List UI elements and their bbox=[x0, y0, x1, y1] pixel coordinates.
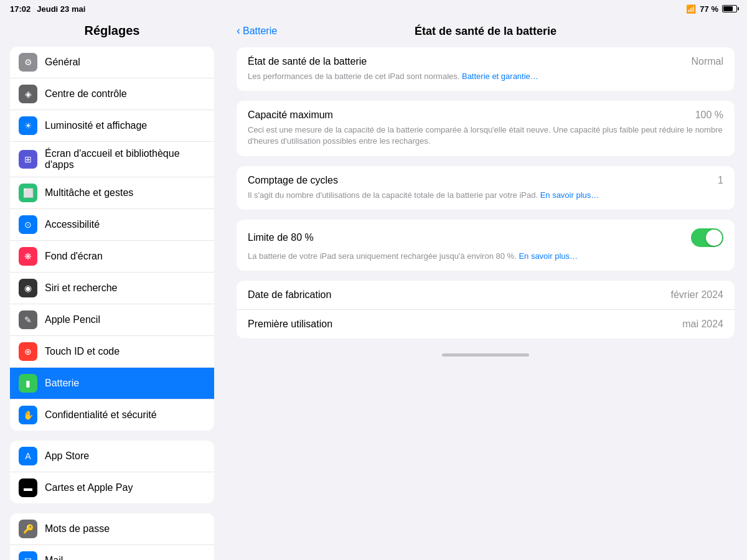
mail-icon: ✉ bbox=[19, 551, 37, 560]
sidebar-item-label-multitask: Multitâche et gestes bbox=[45, 187, 133, 198]
sidebar-item-label-touch-id: Touch ID et code bbox=[45, 346, 120, 357]
sidebar-item-label-mail: Mail bbox=[45, 555, 63, 560]
capacity-row-description: Ceci est une mesure de la capacité de la… bbox=[248, 124, 723, 147]
capacity-row-value: 100 % bbox=[695, 110, 723, 121]
status-time: 17:02 bbox=[10, 4, 31, 14]
sidebar-item-label-control-center: Centre de contrôle bbox=[45, 88, 127, 100]
sidebar-item-label-battery: Batterie bbox=[45, 378, 79, 389]
sidebar-item-label-siri: Siri et recherche bbox=[45, 282, 118, 294]
back-chevron-icon: ‹ bbox=[237, 24, 240, 37]
cycles-card: Comptage de cycles1Il s'agit du nombre d… bbox=[237, 166, 735, 210]
sidebar-item-label-display: Luminosité et affichage bbox=[45, 120, 147, 131]
display-icon: ☀ bbox=[19, 116, 37, 135]
status-bar: 17:02 Jeudi 23 mai 📶 77 % bbox=[0, 0, 747, 17]
health-row-link[interactable]: Batterie et garantie… bbox=[462, 72, 538, 81]
first-use-row-value: mai 2024 bbox=[682, 319, 723, 330]
apple-pencil-icon: ✎ bbox=[19, 310, 37, 329]
capacity-row: Capacité maximum100 %Ceci est une mesure… bbox=[237, 101, 735, 156]
sidebar-item-privacy[interactable]: ✋Confidentialité et sécurité bbox=[10, 399, 214, 431]
sidebar-title: Réglages bbox=[10, 17, 214, 47]
home-bar bbox=[442, 353, 529, 357]
sidebar-item-control-center[interactable]: ◈Centre de contrôle bbox=[10, 78, 214, 110]
back-button[interactable]: ‹ Batterie bbox=[237, 25, 277, 37]
health-row-description: Les performances de la batterie de cet i… bbox=[248, 71, 723, 82]
control-center-icon: ◈ bbox=[19, 85, 37, 103]
sidebar-item-battery[interactable]: ▮Batterie bbox=[10, 368, 214, 399]
accessibility-icon: ⊙ bbox=[19, 215, 37, 234]
sidebar-item-accessibility[interactable]: ⊙Accessibilité bbox=[10, 209, 214, 241]
wallet-icon: ▬ bbox=[19, 478, 37, 497]
sidebar-item-general[interactable]: ⚙Général bbox=[10, 47, 214, 78]
battery-icon: ▮ bbox=[19, 374, 37, 393]
first-use-row-label: Première utilisation bbox=[248, 319, 332, 330]
manufacture-row-label: Date de fabrication bbox=[248, 289, 331, 301]
sidebar-item-home-screen[interactable]: ⊞Écran d'accueil et bibliothèque d'apps bbox=[10, 142, 214, 177]
status-indicators: 📶 77 % bbox=[686, 4, 737, 14]
sidebar-item-label-home-screen: Écran d'accueil et bibliothèque d'apps bbox=[45, 148, 205, 170]
home-indicator bbox=[237, 348, 735, 359]
manufacture-row: Date de fabricationfévrier 2024 bbox=[237, 281, 735, 310]
wifi-icon: 📶 bbox=[686, 4, 696, 14]
sidebar-item-label-apple-pencil: Apple Pencil bbox=[45, 314, 100, 325]
limit-row-description: La batterie de votre iPad sera uniquemen… bbox=[248, 251, 723, 262]
cycles-row: Comptage de cycles1Il s'agit du nombre d… bbox=[237, 166, 735, 210]
sidebar: Réglages ⚙Général◈Centre de contrôle☀Lum… bbox=[0, 17, 224, 560]
sidebar-item-label-wallpaper: Fond d'écran bbox=[45, 251, 103, 262]
touch-id-icon: ⊕ bbox=[19, 342, 37, 361]
sidebar-item-label-app-store: App Store bbox=[45, 450, 89, 462]
sidebar-item-mail[interactable]: ✉Mail bbox=[10, 545, 214, 560]
battery-percent: 77 % bbox=[700, 4, 718, 14]
sidebar-item-label-accessibility: Accessibilité bbox=[45, 219, 100, 230]
sidebar-group-1: AApp Store▬Cartes et Apple Pay bbox=[10, 441, 214, 503]
sidebar-item-touch-id[interactable]: ⊕Touch ID et code bbox=[10, 336, 214, 368]
general-icon: ⚙ bbox=[19, 53, 37, 72]
sidebar-item-label-wallet: Cartes et Apple Pay bbox=[45, 482, 133, 493]
cycles-row-link[interactable]: En savoir plus… bbox=[540, 190, 599, 200]
page-title: État de santé de la batterie bbox=[415, 25, 557, 38]
wallpaper-icon: ❋ bbox=[19, 247, 37, 266]
limit-row-toggle-knob bbox=[706, 230, 722, 246]
limit-row: Limite de 80 %La batterie de votre iPad … bbox=[237, 220, 735, 271]
privacy-icon: ✋ bbox=[19, 406, 37, 424]
app-store-icon: A bbox=[19, 447, 37, 465]
siri-icon: ◉ bbox=[19, 279, 37, 297]
health-row-label: État de santé de la batterie bbox=[248, 56, 367, 67]
limit-row-label: Limite de 80 % bbox=[248, 232, 314, 243]
cycles-row-description: Il s'agit du nombre d'utilisations de la… bbox=[248, 190, 723, 201]
manufacture-row-value: février 2024 bbox=[671, 289, 724, 301]
limit-row-link[interactable]: En savoir plus… bbox=[519, 251, 578, 261]
back-label: Batterie bbox=[243, 26, 277, 37]
passwords-icon: 🔑 bbox=[19, 520, 37, 538]
capacity-row-label: Capacité maximum bbox=[248, 110, 333, 121]
content-header: ‹ Batterie État de santé de la batterie bbox=[237, 17, 735, 47]
main-container: Réglages ⚙Général◈Centre de contrôle☀Lum… bbox=[0, 17, 747, 560]
sidebar-item-display[interactable]: ☀Luminosité et affichage bbox=[10, 110, 214, 142]
sidebar-item-label-privacy: Confidentialité et sécurité bbox=[45, 409, 157, 421]
limit-row-toggle[interactable] bbox=[691, 228, 723, 247]
health-row-value: Normal bbox=[691, 56, 723, 67]
status-day: Jeudi 23 mai bbox=[37, 4, 85, 14]
health-row: État de santé de la batterieNormalLes pe… bbox=[237, 47, 735, 91]
sidebar-item-label-passwords: Mots de passe bbox=[45, 523, 110, 534]
sidebar-item-label-general: Général bbox=[45, 57, 80, 68]
sidebar-group-0: ⚙Général◈Centre de contrôle☀Luminosité e… bbox=[10, 47, 214, 431]
sidebar-item-siri[interactable]: ◉Siri et recherche bbox=[10, 273, 214, 304]
content-area: ‹ Batterie État de santé de la batterie … bbox=[224, 17, 747, 560]
sidebar-item-wallet[interactable]: ▬Cartes et Apple Pay bbox=[10, 472, 214, 503]
dates-card: Date de fabricationfévrier 2024Première … bbox=[237, 281, 735, 338]
first-use-row: Première utilisationmai 2024 bbox=[237, 310, 735, 338]
sidebar-item-wallpaper[interactable]: ❋Fond d'écran bbox=[10, 241, 214, 273]
battery-icon bbox=[722, 5, 737, 12]
capacity-card: Capacité maximum100 %Ceci est une mesure… bbox=[237, 101, 735, 156]
limit-card: Limite de 80 %La batterie de votre iPad … bbox=[237, 220, 735, 271]
sidebar-group-2: 🔑Mots de passe✉Mail●Contacts bbox=[10, 513, 214, 560]
sidebar-item-app-store[interactable]: AApp Store bbox=[10, 441, 214, 472]
cycles-row-value: 1 bbox=[718, 175, 723, 186]
home-screen-icon: ⊞ bbox=[19, 150, 37, 169]
sidebar-item-multitask[interactable]: ⬜Multitâche et gestes bbox=[10, 177, 214, 209]
sidebar-item-apple-pencil[interactable]: ✎Apple Pencil bbox=[10, 304, 214, 336]
health-card: État de santé de la batterieNormalLes pe… bbox=[237, 47, 735, 91]
multitask-icon: ⬜ bbox=[19, 184, 37, 202]
sidebar-item-passwords[interactable]: 🔑Mots de passe bbox=[10, 513, 214, 545]
cycles-row-label: Comptage de cycles bbox=[248, 175, 338, 186]
